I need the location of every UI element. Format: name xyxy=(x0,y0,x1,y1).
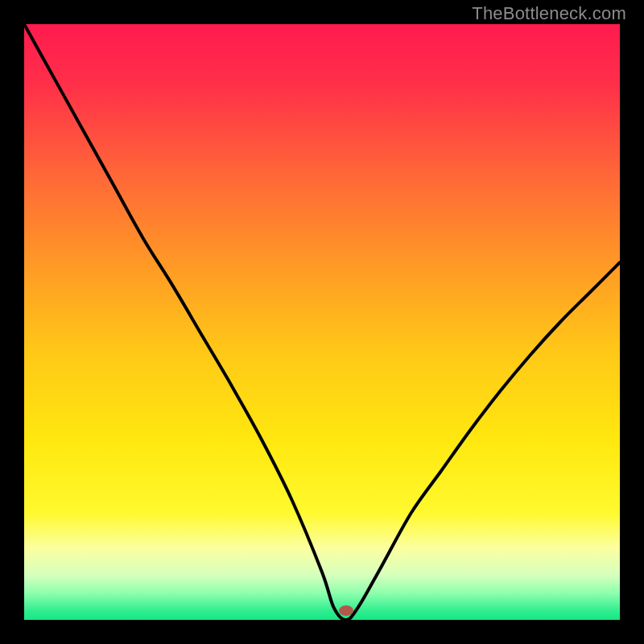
bottleneck-curve xyxy=(24,24,620,620)
chart-frame: TheBottleneck.com xyxy=(0,0,644,644)
plot-area xyxy=(24,24,620,620)
watermark-text: TheBottleneck.com xyxy=(472,3,626,24)
curve-layer xyxy=(24,24,620,620)
